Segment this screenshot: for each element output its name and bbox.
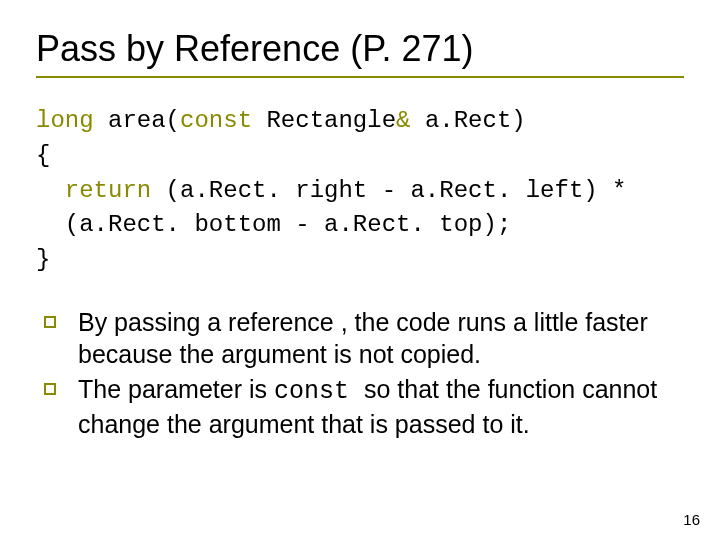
code-text: Rectangle [252, 107, 396, 134]
bullet-item: The parameter is const so that the funct… [44, 373, 684, 441]
code-text: a.Rect) [410, 107, 525, 134]
bullet-text-part: The parameter is [78, 375, 274, 403]
kw-return: return [36, 177, 151, 204]
bullet-list: By passing a reference , the code runs a… [36, 306, 684, 441]
kw-long: long [36, 107, 94, 134]
bullet-text: The parameter is const so that the funct… [78, 373, 684, 441]
bullet-text: By passing a reference , the code runs a… [78, 306, 684, 371]
code-block: long area(const Rectangle& a.Rect) { ret… [36, 104, 684, 278]
slide: Pass by Reference (P. 271) long area(con… [0, 0, 720, 540]
slide-title: Pass by Reference (P. 271) [36, 28, 684, 70]
code-text: (a.Rect. right - a.Rect. left) * [151, 177, 626, 204]
bullet-item: By passing a reference , the code runs a… [44, 306, 684, 371]
inline-code: const [274, 377, 364, 406]
title-underline [36, 76, 684, 78]
code-text: area( [94, 107, 180, 134]
kw-amp: & [396, 107, 410, 134]
code-text: (a.Rect. bottom - a.Rect. top); [36, 211, 511, 238]
square-bullet-icon [44, 383, 56, 395]
code-brace-open: { [36, 142, 50, 169]
square-bullet-icon [44, 316, 56, 328]
kw-const: const [180, 107, 252, 134]
code-brace-close: } [36, 246, 50, 273]
page-number: 16 [683, 511, 700, 528]
